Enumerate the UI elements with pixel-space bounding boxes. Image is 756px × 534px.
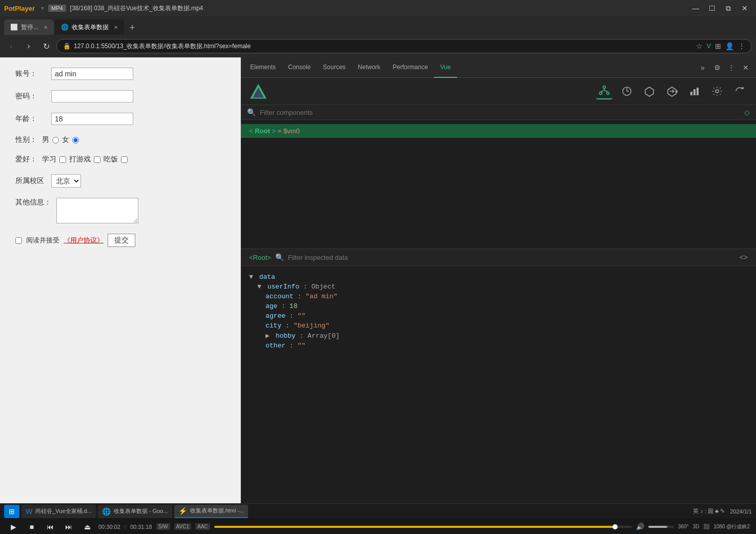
tab-list: ⬜ 暂停... ✕ 🌐 收集表单数据 ✕ + bbox=[0, 16, 756, 35]
tab-network[interactable]: Network bbox=[352, 57, 386, 78]
devtools-customize-btn[interactable]: ⋮ bbox=[724, 60, 739, 75]
account-input[interactable] bbox=[51, 68, 133, 80]
hobby-study-label: 学习 bbox=[42, 155, 56, 164]
media-controls-bar: ▶ ■ ⏮ ⏭ ⏏ 00:30:02 / 00:31:18 S/W AVC1 A… bbox=[0, 519, 756, 534]
next-btn[interactable]: ⏭ bbox=[62, 520, 76, 534]
router-btn[interactable]: ▾ bbox=[664, 83, 680, 99]
address-actions: ☆ V ⊞ 👤 ⋮ bbox=[696, 42, 745, 50]
bookmark-btn[interactable]: ☆ bbox=[696, 42, 703, 50]
devtools-settings-btn[interactable]: ⚙ bbox=[710, 60, 724, 75]
other-textarea[interactable] bbox=[56, 198, 138, 223]
progress-bar[interactable] bbox=[214, 526, 632, 528]
window-maximize-btn[interactable]: ⧉ bbox=[721, 1, 735, 15]
password-input[interactable] bbox=[51, 90, 133, 102]
inspector-code-btn[interactable]: <> bbox=[740, 253, 748, 261]
gender-female-radio[interactable] bbox=[72, 137, 79, 143]
tab-performance[interactable]: Performance bbox=[386, 57, 434, 78]
agree-link[interactable]: 《用户协议》 bbox=[64, 236, 104, 245]
data-key-age: age bbox=[265, 302, 277, 310]
refresh-icon bbox=[734, 86, 745, 97]
tray-time: 2024/1/1 bbox=[730, 508, 752, 515]
school-select[interactable]: 北京 上海 深圳 bbox=[51, 174, 81, 188]
refresh-btn[interactable]: ↻ bbox=[39, 39, 53, 53]
address-bar[interactable]: 🔒 127.0.0.1:5500/13_收集表单数据/收集表单数据.html?s… bbox=[56, 39, 752, 53]
svg-marker-11 bbox=[645, 87, 653, 96]
media-resolution: 360° bbox=[678, 524, 689, 529]
component-filter-input[interactable] bbox=[260, 109, 740, 116]
school-row: 所属校区 北京 上海 深圳 bbox=[15, 174, 225, 188]
volume-bar[interactable] bbox=[648, 526, 674, 528]
browser-tab-1[interactable]: 🌐 收集表单数据 ✕ bbox=[55, 19, 124, 35]
back-btn[interactable]: ‹ bbox=[4, 39, 18, 53]
eject-btn[interactable]: ⏏ bbox=[80, 520, 94, 534]
current-time: 00:30:02 bbox=[98, 524, 120, 530]
window-close-btn[interactable]: ✕ bbox=[738, 1, 752, 15]
agree-data-row: agree : "" bbox=[249, 311, 748, 321]
password-row: 密码： bbox=[15, 90, 225, 102]
performance-btn[interactable] bbox=[686, 83, 703, 99]
submit-btn[interactable]: 提交 bbox=[108, 234, 135, 247]
gender-label: 性别： bbox=[15, 135, 37, 145]
total-time: 00:31:18 bbox=[130, 524, 152, 530]
webpage-panel: 账号： 密码： 年龄： 性别： 男 女 爱好： 学习 bbox=[0, 57, 241, 503]
data-collapse-triangle[interactable]: ▼ bbox=[249, 273, 253, 281]
agree-checkbox[interactable] bbox=[15, 237, 22, 244]
time-sep: / bbox=[125, 524, 126, 530]
start-btn[interactable]: ⊞ bbox=[4, 505, 19, 518]
extensions-btn[interactable]: ⊞ bbox=[715, 42, 721, 50]
devtools-more-btn[interactable]: » bbox=[696, 60, 710, 75]
vuex-btn[interactable] bbox=[641, 83, 658, 99]
tab-console[interactable]: Console bbox=[282, 57, 317, 78]
window-restore-btn[interactable]: ☐ bbox=[705, 1, 719, 15]
hobby-study-checkbox[interactable] bbox=[59, 156, 66, 163]
volume-icon[interactable]: 🔊 bbox=[636, 523, 644, 530]
tab-sources[interactable]: Sources bbox=[317, 57, 352, 78]
data-value-city: "beijing" bbox=[294, 322, 330, 330]
inspector-filter-input[interactable] bbox=[288, 254, 735, 261]
devtools-close-btn[interactable]: ✕ bbox=[739, 60, 753, 75]
browser-tab-0[interactable]: ⬜ 暂停... ✕ bbox=[4, 19, 54, 35]
password-label: 密码： bbox=[15, 92, 46, 101]
vue-settings-btn[interactable] bbox=[709, 83, 725, 99]
new-tab-btn[interactable]: + bbox=[125, 20, 139, 35]
taskbar-item-chrome[interactable]: 🌐 收集表单数据 - Goo... bbox=[98, 505, 172, 518]
vue-refresh-btn[interactable] bbox=[731, 83, 748, 99]
filter-diamond-icon: ◇ bbox=[744, 108, 750, 116]
taskbar-item-vscode[interactable]: ⚡ 收集表单数据.html -... bbox=[174, 505, 249, 518]
gender-male-label: 男 bbox=[42, 135, 49, 145]
window-minimize-btn[interactable]: — bbox=[688, 1, 703, 15]
forward-btn[interactable]: › bbox=[22, 39, 36, 53]
timeline-btn[interactable] bbox=[619, 83, 635, 99]
lock-icon: 🔒 bbox=[63, 43, 71, 50]
svg-point-3 bbox=[600, 92, 602, 95]
tab-vue[interactable]: Vue bbox=[434, 57, 457, 78]
age-input[interactable] bbox=[51, 113, 133, 125]
component-tree-btn[interactable] bbox=[596, 83, 612, 99]
stop-btn[interactable]: ■ bbox=[25, 520, 39, 534]
play-btn[interactable]: ▶ bbox=[6, 520, 21, 534]
vuejs-icon[interactable]: V bbox=[707, 43, 711, 50]
hobby-game-checkbox[interactable] bbox=[94, 156, 100, 163]
data-key-hobby: hobby bbox=[276, 332, 296, 340]
other-label: 其他信息： bbox=[15, 198, 51, 207]
root-component-item[interactable]: < Root > = $vm0 bbox=[241, 124, 756, 138]
userinfo-collapse-triangle[interactable]: ▼ bbox=[257, 283, 261, 291]
tray-text: 英 ♪ : 圆 ♣ ✎ bbox=[693, 507, 725, 515]
data-key-other: other bbox=[265, 342, 285, 350]
inspector-root-tag: <Root> bbox=[249, 254, 271, 261]
age-colon: : bbox=[281, 302, 290, 310]
taskbar-item-word[interactable]: W 尚硅谷_Vue全家桶.d... bbox=[22, 505, 96, 518]
progress-thumb[interactable] bbox=[612, 524, 618, 529]
tab-close-1[interactable]: ✕ bbox=[114, 25, 118, 30]
chrome-menu-btn[interactable]: ⋮ bbox=[738, 42, 745, 50]
taskbar-label-vscode: 收集表单数据.html -... bbox=[190, 507, 244, 515]
gender-male-radio[interactable] bbox=[52, 137, 59, 143]
prev-btn[interactable]: ⏮ bbox=[43, 520, 57, 534]
titlebar-sep: ▾ bbox=[41, 5, 44, 12]
tab-close-0[interactable]: ✕ bbox=[44, 25, 48, 30]
hobby-eat-checkbox[interactable] bbox=[121, 156, 128, 163]
tab-elements[interactable]: Elements bbox=[244, 57, 282, 78]
profile-btn[interactable]: 👤 bbox=[725, 42, 734, 50]
hobby-collapse-triangle[interactable]: ▶ bbox=[265, 332, 270, 340]
svg-point-4 bbox=[607, 92, 609, 95]
